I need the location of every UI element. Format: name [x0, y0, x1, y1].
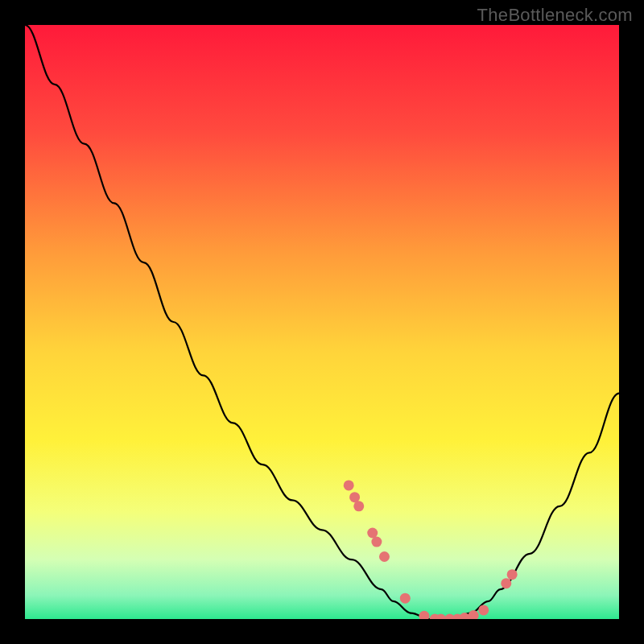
chart-marker	[349, 492, 360, 502]
chart-marker	[469, 610, 479, 619]
chart-marker	[379, 551, 390, 562]
chart-marker	[400, 593, 411, 604]
chart-marker	[501, 578, 511, 588]
chart-marker	[478, 605, 489, 615]
chart-marker	[371, 537, 382, 547]
attribution-text: TheBottleneck.com	[477, 5, 633, 26]
chart-marker	[353, 501, 364, 511]
chart-plot-area	[25, 25, 619, 619]
chart-marker	[344, 480, 354, 490]
chart-curve	[25, 25, 619, 619]
chart-marker	[507, 569, 518, 580]
chart-marker	[419, 611, 429, 619]
chart-marker	[367, 527, 378, 538]
